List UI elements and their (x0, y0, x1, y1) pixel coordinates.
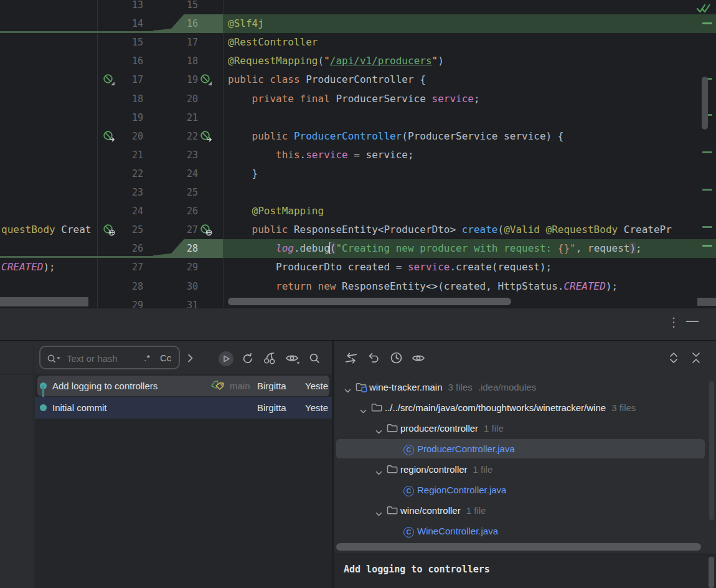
left-pane-horizontal-scrollbar[interactable] (0, 297, 88, 306)
lombok-icon[interactable] (200, 74, 212, 86)
change-stripe-mark[interactable] (702, 189, 712, 191)
code-line[interactable]: private final ProducerService service; (223, 90, 716, 108)
code-token: " (570, 242, 576, 254)
rollback-icon[interactable] (367, 352, 380, 367)
change-stripe-mark[interactable] (702, 226, 712, 228)
tree-row[interactable]: producer/controller1 file (334, 418, 716, 439)
lombok-globe-icon[interactable] (200, 224, 212, 236)
label-text: wine-tracker.main (369, 382, 443, 392)
left-code-line[interactable]: CREATED); (1, 258, 97, 277)
line-number-right: 27 (152, 220, 198, 239)
chevron-down-icon[interactable] (360, 405, 367, 417)
chevron-down-icon[interactable] (375, 426, 382, 437)
code-line[interactable]: return new ResponseEntity<>(created, Htt… (223, 277, 716, 296)
code-token: {} (558, 242, 570, 254)
chevron-down-icon[interactable] (375, 508, 382, 519)
history-icon[interactable] (390, 351, 403, 367)
code-line[interactable]: this.service = service; (223, 146, 716, 164)
code-line[interactable]: log.debug("Creating new producer with re… (223, 239, 716, 258)
cherry-pick-icon[interactable] (263, 351, 276, 367)
code-line[interactable]: @PostMapping (223, 202, 716, 220)
strip-border (0, 374, 35, 374)
change-stripe-mark[interactable] (702, 22, 712, 24)
directory-name: ../../src/main/java/com/thoughtworks/win… (385, 397, 711, 418)
collapse-all-icon[interactable] (690, 351, 702, 367)
code-line[interactable]: public class ProducerController { (223, 70, 716, 89)
lombok-arrow-icon[interactable] (200, 130, 212, 143)
diff-left-pane[interactable]: questBody CreatCREATED); (0, 0, 97, 308)
label-text: ../../src/main/java/com/thoughtworks/win… (385, 402, 606, 413)
code-token: ; (474, 93, 480, 105)
change-stripe-mark[interactable] (702, 245, 712, 247)
tree-row[interactable]: ../../src/main/java/com/thoughtworks/win… (334, 397, 716, 418)
preview-diff-eye-icon[interactable] (412, 353, 426, 367)
lombok-globe-icon[interactable] (103, 224, 115, 236)
code-line[interactable]: @Slf4j (223, 14, 716, 33)
search-icon[interactable] (47, 353, 62, 367)
branch-label[interactable]: main (230, 375, 250, 397)
chevron-right-icon[interactable] (187, 354, 194, 365)
code-line[interactable]: } (223, 164, 716, 183)
tree-row[interactable]: CProducerController.java (334, 439, 716, 459)
code-line[interactable]: public ResponseEntity<ProducerDto> creat… (223, 220, 716, 239)
code-line[interactable] (223, 0, 716, 14)
change-stripe-mark[interactable] (702, 151, 712, 153)
tree-row[interactable]: wine/controller1 file (334, 500, 716, 521)
line-number-right: 17 (152, 33, 198, 52)
compare-icon[interactable] (343, 352, 359, 367)
search-input[interactable] (65, 349, 141, 368)
code-token: CREATED (1, 261, 43, 273)
label-text: RegionController.java (417, 485, 506, 495)
diff-right-pane[interactable]: @Slf4j@RestController@RequestMapping("/a… (223, 0, 716, 308)
chevron-down-icon[interactable] (344, 385, 351, 396)
code-line[interactable]: @RestController (223, 33, 716, 52)
log-search-field[interactable]: .* Cc (39, 346, 180, 369)
refresh-icon[interactable] (242, 353, 254, 368)
inspections-ok-icon[interactable] (696, 1, 714, 17)
code-line[interactable] (223, 183, 716, 202)
editor-horizontal-scrollbar[interactable] (228, 298, 511, 305)
message-vertical-scrollbar[interactable] (709, 557, 714, 588)
gutter-row: 1719 (97, 70, 223, 89)
code-line[interactable]: @RequestMapping("/api/v1/producers") (223, 52, 716, 70)
code-token: questBody (1, 224, 55, 235)
code-line[interactable]: public ProducerController(ProducerServic… (223, 127, 716, 146)
match-case-toggle[interactable]: Cc (160, 351, 171, 365)
code-token: ( (497, 224, 504, 235)
line-number-right: 21 (152, 108, 198, 127)
gutter-row: 2325 (97, 183, 223, 202)
go-to-hash-play-button[interactable] (218, 351, 234, 369)
ide-window: questBody CreatCREATED); 131514161517161… (0, 0, 716, 588)
tree-row[interactable]: CWineController.java (334, 521, 716, 541)
tree-row[interactable]: region/controller1 file (334, 459, 716, 480)
find-icon[interactable] (309, 353, 321, 367)
tree-horizontal-scrollbar[interactable] (336, 543, 701, 551)
editor-vertical-scrollbar[interactable] (702, 77, 708, 130)
tree-row[interactable]: CRegionController.java (334, 480, 716, 500)
directory-name: region/controller1 file (400, 459, 492, 480)
expand-all-icon[interactable] (668, 351, 679, 367)
branch-tag-icon[interactable] (210, 381, 228, 394)
chevron-down-icon[interactable] (375, 467, 382, 478)
tree-row[interactable]: wine-tracker.main3 files.idea/modules (334, 377, 716, 397)
file-name: WineController.java (417, 521, 498, 541)
code-token: ); (43, 261, 55, 273)
tree-vertical-scrollbar[interactable] (709, 381, 714, 520)
diff-editor: questBody CreatCREATED); 131514161517161… (0, 0, 716, 308)
hide-panel-icon[interactable]: — (686, 313, 699, 328)
directory-name: producer/controller1 file (400, 418, 504, 439)
code-token: return new (276, 280, 342, 292)
lombok-arrow-icon[interactable] (103, 130, 115, 143)
commit-row[interactable]: Initial commitBirgittaYeste (35, 397, 332, 419)
lombok-icon[interactable] (103, 74, 115, 86)
regex-toggle[interactable]: .* (144, 351, 150, 365)
more-options-icon[interactable]: ⋮ (667, 314, 680, 330)
code-line[interactable] (223, 108, 716, 127)
java-class-icon: C (403, 526, 414, 538)
eye-filter-icon[interactable] (285, 353, 300, 367)
commit-row[interactable]: Add logging to controllersmainBirgittaYe… (35, 375, 332, 397)
line-number-left: 23 (97, 183, 143, 202)
code-line[interactable]: ProducerDto created = service.create(req… (223, 258, 716, 277)
git-log-panel: .* Cc (0, 341, 716, 588)
left-code-line[interactable]: questBody Creat (1, 220, 97, 239)
